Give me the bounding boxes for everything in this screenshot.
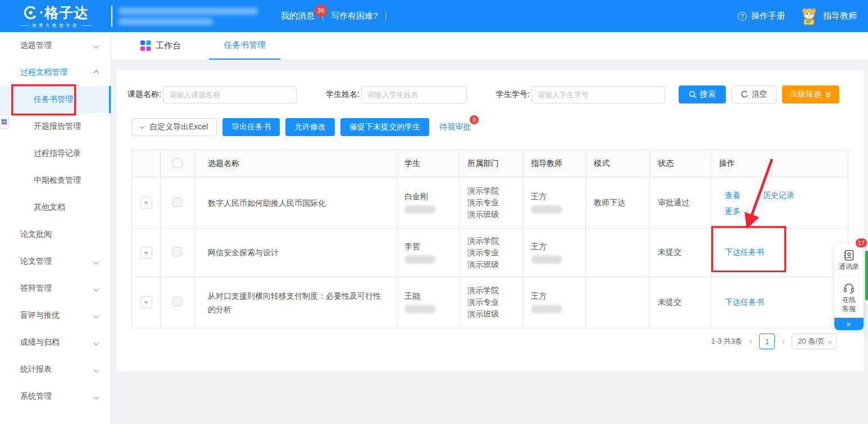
workbench-grid-icon — [140, 40, 151, 51]
manual-link[interactable]: 操作手册 — [751, 11, 785, 21]
student-id-label: 学生学号: — [496, 89, 530, 100]
tab-task-book-management[interactable]: 任务书管理 — [209, 31, 280, 60]
status-cell: 未提交 — [650, 277, 711, 328]
issue-task-book-link[interactable]: 下达任务书 — [725, 297, 764, 306]
sidebar-item-grades-archive[interactable]: 成绩与归档 — [0, 329, 111, 356]
sidebar-item-statistics[interactable]: 统计报表 — [0, 356, 111, 383]
sidebar-item-midterm-check[interactable]: 中期检查管理 — [0, 167, 111, 194]
advanced-filter-button[interactable]: 高级筛选 — [782, 85, 839, 103]
operations-cell: 查看 历史记录 更多 — [711, 177, 848, 229]
tab-workbench[interactable]: 工作台 — [138, 31, 183, 60]
redacted-teacher-id — [531, 205, 562, 214]
sidebar-item-guidance-records[interactable]: 过程指导记录 — [0, 140, 111, 167]
student-cell: 白金刚 — [397, 177, 460, 229]
writing-help-link[interactable]: 写作有困难? — [323, 11, 385, 21]
urge-students-button[interactable]: 催促下未提交的学生 — [340, 118, 429, 136]
table-header-row: 选题名称 学生 所属部门 指导教师 模式 状态 操作 — [132, 150, 848, 177]
more-link[interactable]: 更多 — [725, 206, 740, 215]
status-cell: 未提交 — [650, 229, 711, 277]
department-cell: 演示学院演示专业演示班级 — [460, 229, 523, 277]
student-cell: 王能 — [397, 277, 460, 328]
contacts-badge: 17 — [856, 238, 867, 247]
redacted-student-id — [405, 205, 436, 214]
mascot-icon — [799, 7, 819, 26]
search-button[interactable]: 搜索 — [679, 85, 726, 103]
chevron-down-icon — [828, 340, 832, 344]
online-support-button[interactable]: 在线客服 — [834, 276, 864, 318]
page-size-select[interactable]: 20 条/页 — [792, 333, 837, 349]
sidebar-item-process-docs[interactable]: 过程文档管理 — [0, 59, 111, 86]
redacted-text-line — [118, 18, 213, 25]
student-id-input[interactable] — [531, 86, 665, 103]
expand-row-button[interactable]: + — [140, 197, 152, 209]
role-label: 指导教师 — [823, 11, 857, 21]
department-cell: 演示学院演示专业演示班级 — [460, 177, 523, 229]
mode-cell: 教师下达 — [586, 177, 650, 229]
clear-button[interactable]: 清空 — [731, 85, 776, 103]
select-all-checkbox[interactable] — [172, 158, 182, 168]
sidebar-item-blind-review[interactable]: 盲评与推优 — [0, 302, 111, 329]
chevron-down-icon — [94, 394, 99, 399]
page-number-button[interactable]: 1 — [759, 333, 775, 349]
header-right: ? 操作手册 指导教师 — [738, 7, 868, 26]
sidebar-item-system-management[interactable]: 系统管理 — [0, 383, 111, 410]
col-department: 所属部门 — [460, 150, 523, 177]
collapsed-edge-tab[interactable] — [0, 114, 9, 129]
topic-name-input[interactable] — [163, 86, 297, 103]
my-messages-link[interactable]: 我的消息 36 — [273, 11, 322, 21]
student-name-input[interactable] — [361, 86, 467, 103]
select-all-header-cell — [161, 150, 194, 177]
double-chevron-down-icon — [825, 91, 831, 98]
expand-row-button[interactable]: + — [140, 296, 152, 308]
custom-export-excel-button[interactable]: 自定义导出Excel — [131, 118, 217, 136]
next-page-button[interactable]: › — [780, 336, 786, 346]
redacted-student-id — [405, 255, 436, 264]
teacher-cell: 王方 — [523, 277, 586, 328]
mode-cell — [586, 277, 650, 328]
chevron-down-icon — [94, 340, 99, 345]
topic-name-label: 课题名称: — [128, 89, 161, 100]
chevron-down-icon — [140, 124, 144, 129]
row-checkbox[interactable] — [172, 197, 182, 207]
user-info-redacted — [118, 7, 264, 25]
filter-row: 课题名称: 学生姓名: 学生学号: 搜索 清空 高级筛选 — [117, 85, 864, 103]
sidebar-item-task-book[interactable]: 任务书管理 — [0, 86, 111, 113]
header-menu: 我的消息 36 写作有困难? — [273, 11, 386, 21]
floating-widget: 17 通讯录 在线客服 » — [834, 243, 864, 330]
sidebar-item-paper-management[interactable]: 论文管理 — [0, 248, 111, 275]
sidebar: 选题管理 过程文档管理 任务书管理 开题报告管理 过程指导记录 中期检查管理 其… — [0, 32, 111, 424]
sidebar-item-other-docs[interactable]: 其他文档 — [0, 194, 111, 221]
hidden-side-tab — [865, 251, 868, 300]
headset-icon — [842, 282, 856, 295]
search-icon — [689, 91, 697, 98]
pending-approval-link[interactable]: 待我审批 0 — [439, 122, 471, 132]
col-teacher: 指导教师 — [523, 150, 586, 177]
redacted-student-id — [405, 305, 436, 313]
refresh-icon — [740, 91, 748, 98]
question-circle-icon: ? — [738, 12, 747, 21]
col-mode: 模式 — [586, 150, 650, 177]
department-cell: 演示学院演示专业演示班级 — [460, 277, 523, 328]
contacts-button[interactable]: 通讯录 — [834, 243, 864, 276]
issue-task-book-link[interactable]: 下达任务书 — [725, 247, 764, 256]
collapse-widget-button[interactable]: » — [834, 318, 864, 330]
sidebar-item-proposal-report[interactable]: 开题报告管理 — [0, 113, 111, 140]
row-checkbox[interactable] — [172, 247, 182, 256]
expand-row-button[interactable]: + — [140, 247, 152, 259]
sidebar-item-defense-management[interactable]: 答辩管理 — [0, 275, 111, 302]
prev-page-button[interactable]: ‹ — [748, 336, 753, 346]
app-window: ·格子达 教育大数据专家 我的消息 36 写作有困难? ? 操作手册 — [0, 0, 868, 424]
view-link[interactable]: 查看 — [725, 191, 740, 200]
address-book-icon — [842, 249, 856, 262]
mode-cell — [586, 229, 650, 277]
chevron-down-icon — [94, 313, 99, 318]
table-row: + 从对口支援到横向转移支付制度：必要性及可行性的分析 王能 演示学院演示专业演… — [132, 277, 848, 328]
sidebar-item-paper-review[interactable]: 论文批阅 — [0, 221, 111, 248]
history-link[interactable]: 历史记录 — [763, 191, 794, 200]
tab-bar: 工作台 任务书管理 — [111, 32, 868, 60]
student-name-label: 学生姓名: — [326, 89, 360, 100]
export-task-book-button[interactable]: 导出任务书 — [222, 118, 280, 136]
allow-edit-button[interactable]: 允许修改 — [285, 118, 335, 136]
row-checkbox[interactable] — [172, 297, 182, 306]
sidebar-item-topic-management[interactable]: 选题管理 — [0, 32, 111, 59]
